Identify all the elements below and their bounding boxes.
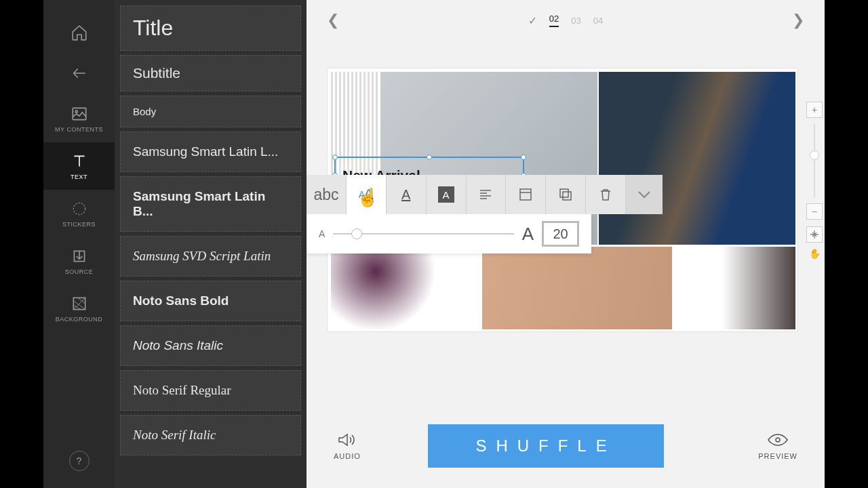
- sidebar-label: BACKGROUND: [56, 316, 103, 323]
- font-family-button[interactable]: abc: [307, 175, 347, 214]
- audio-label: AUDIO: [334, 452, 361, 460]
- text-panel: Title Subtitle Body Samsung Smart Latin …: [115, 0, 307, 488]
- sidebar-item-mycontents[interactable]: MY CONTENTS: [43, 95, 115, 142]
- resize-handle[interactable]: [521, 155, 526, 160]
- text-color-button[interactable]: A: [387, 175, 427, 214]
- preview-label: PREVIEW: [758, 452, 797, 460]
- sidebar-label: MY CONTENTS: [55, 126, 103, 133]
- font-option[interactable]: Noto Serif Italic: [120, 415, 301, 455]
- sidebar-item-background[interactable]: BACKGROUND: [43, 285, 115, 332]
- help-button[interactable]: ?: [69, 451, 90, 471]
- font-option[interactable]: Noto Sans Bold: [120, 281, 301, 321]
- sidebar-item-source[interactable]: SOURCE: [43, 237, 115, 285]
- svg-rect-7: [563, 192, 571, 200]
- font-option[interactable]: Noto Serif Regular: [120, 370, 301, 411]
- size-max-icon: A: [522, 224, 534, 245]
- font-option[interactable]: Samsung Smart Latin B...: [120, 176, 301, 232]
- shuffle-button[interactable]: SHUFFLE: [428, 424, 663, 468]
- fit-button[interactable]: [806, 226, 823, 243]
- zoom-thumb[interactable]: [810, 150, 819, 160]
- confirm-button[interactable]: [626, 175, 663, 214]
- svg-point-8: [776, 438, 780, 442]
- align-button[interactable]: [467, 175, 507, 214]
- size-toolbar: A A 20: [307, 214, 591, 253]
- prev-page-button[interactable]: ❮: [320, 5, 346, 36]
- pager: ❮ ✓ 02 03 04 ❯: [307, 0, 825, 41]
- sidebar-label: TEXT: [71, 174, 87, 180]
- text-option-title[interactable]: Title: [120, 5, 301, 51]
- sidebar-item-text[interactable]: TEXT: [43, 142, 115, 190]
- page-number[interactable]: 04: [593, 16, 603, 26]
- sidebar-label: SOURCE: [65, 268, 94, 275]
- pan-button[interactable]: ✋: [806, 245, 823, 262]
- font-option[interactable]: Samsung Smart Latin L...: [120, 131, 301, 172]
- home-button[interactable]: [43, 14, 115, 54]
- sidebar-label: STICKERS: [62, 221, 96, 228]
- page-number[interactable]: 02: [549, 14, 559, 27]
- size-value-input[interactable]: 20: [542, 221, 579, 247]
- canvas-image[interactable]: [331, 247, 480, 329]
- resize-handle[interactable]: [332, 155, 338, 160]
- layout-button[interactable]: [506, 175, 546, 214]
- bottom-bar: AUDIO SHUFFLE PREVIEW: [307, 403, 825, 488]
- size-slider[interactable]: [333, 233, 513, 235]
- zoom-in-button[interactable]: +: [806, 102, 823, 118]
- font-option[interactable]: Noto Sans Italic: [120, 325, 301, 366]
- font-option[interactable]: Samsung SVD Script Latin: [120, 236, 301, 277]
- svg-rect-5: [520, 189, 531, 200]
- canvas-controls: + − ✋: [806, 102, 823, 262]
- canvas-image[interactable]: [599, 72, 795, 245]
- delete-button[interactable]: [586, 175, 626, 214]
- check-icon: ✓: [528, 14, 537, 27]
- preview-button[interactable]: PREVIEW: [758, 432, 797, 460]
- font-size-button[interactable]: AA ☝: [347, 175, 387, 214]
- resize-handle[interactable]: [427, 155, 432, 160]
- slider-thumb[interactable]: [351, 228, 362, 239]
- zoom-slider[interactable]: [814, 123, 815, 198]
- canvas-image[interactable]: [673, 247, 795, 329]
- canvas-image[interactable]: [482, 247, 672, 329]
- audio-button[interactable]: AUDIO: [334, 432, 361, 460]
- text-option-subtitle[interactable]: Subtitle: [120, 55, 301, 92]
- page-number[interactable]: 03: [571, 16, 580, 26]
- size-min-icon: A: [319, 228, 325, 239]
- copy-button[interactable]: [546, 175, 586, 214]
- svg-point-1: [75, 110, 77, 113]
- sidebar: MY CONTENTS TEXT STICKERS SOURCE BACKGRO…: [43, 0, 115, 488]
- main-area: ❮ ✓ 02 03 04 ❯ New Arrival: [307, 0, 825, 488]
- text-toolbar: abc AA ☝ A A: [307, 175, 663, 214]
- svg-point-2: [73, 203, 85, 214]
- back-button[interactable]: [43, 54, 115, 95]
- sidebar-item-stickers[interactable]: STICKERS: [43, 190, 115, 237]
- svg-rect-6: [560, 189, 568, 197]
- text-background-button[interactable]: A: [427, 175, 467, 214]
- text-option-body[interactable]: Body: [120, 96, 301, 127]
- next-page-button[interactable]: ❯: [785, 5, 811, 36]
- zoom-out-button[interactable]: −: [806, 203, 823, 220]
